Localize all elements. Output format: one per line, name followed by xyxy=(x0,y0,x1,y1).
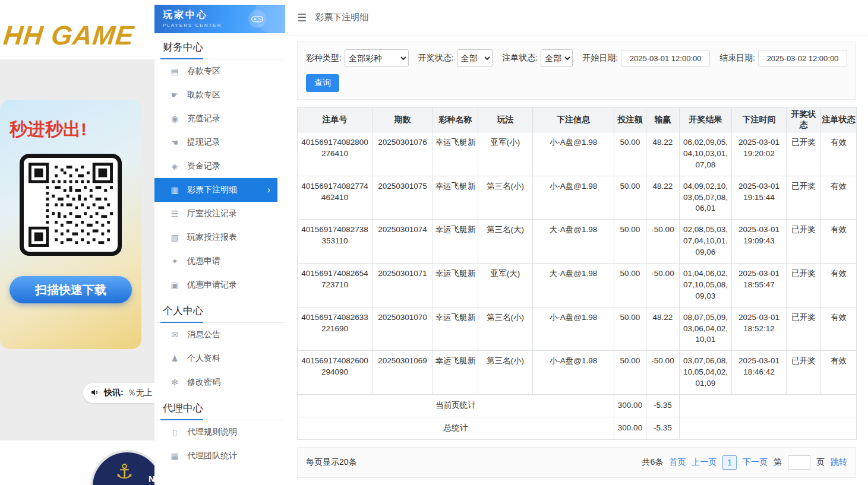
summary-empty-cell xyxy=(680,417,857,439)
table-cell: 有效 xyxy=(821,351,857,395)
sidebar-item-recharge-records[interactable]: ◉ 充值记录 xyxy=(154,107,277,131)
jump-suffix-text: 页 xyxy=(816,457,825,468)
column-header-draw-status: 开奖状态 xyxy=(787,107,821,132)
table-cell: 幸运飞艇新 xyxy=(433,132,478,176)
profile-icon: ♟ xyxy=(170,354,179,363)
deposit-icon: ▤ xyxy=(170,66,179,76)
site-logo: HH GAME xyxy=(2,20,135,51)
table-cell: 已开奖 xyxy=(787,220,821,264)
start-date-input[interactable] xyxy=(621,50,710,66)
sidebar-item-promo-apply-records[interactable]: ▣ 优惠申请记录 xyxy=(154,273,277,297)
table-cell: 已开奖 xyxy=(787,307,821,351)
current-page-summary-row: 当前页统计 300.00 -5.35 xyxy=(298,395,857,417)
sidebar-item-promo-apply[interactable]: ✦ 优惠申请 xyxy=(154,249,277,273)
sidebar-header: 玩家中心 PLAYERS CENTER xyxy=(154,5,285,33)
summary-winloss-total: -5.35 xyxy=(646,417,680,439)
table-cell: 01,04,06,02,07,10,05,08,09,03 xyxy=(680,264,732,308)
section-title-personal: 个人中心 xyxy=(154,297,285,323)
search-button[interactable]: 查询 xyxy=(306,74,339,92)
sidebar-item-messages[interactable]: ✉ 消息公告 xyxy=(154,323,277,347)
section-title-agent: 代理中心 xyxy=(154,394,285,420)
sidebar-item-label: 彩票下注明细 xyxy=(187,185,237,195)
sidebar-item-agent-team-stats[interactable]: ▦ 代理团队统计 xyxy=(154,444,277,468)
column-header-issue: 期数 xyxy=(373,107,433,132)
sidebar-item-hall-bet-records[interactable]: ☰ 厅室投注记录 xyxy=(154,202,277,226)
report-icon: ▧ xyxy=(170,233,179,242)
table-cell: 有效 xyxy=(821,220,857,264)
sidebar-item-label: 存款专区 xyxy=(187,66,220,77)
table-cell: 2025-03-01 18:46:42 xyxy=(732,351,787,395)
draw-status-select[interactable]: 全部 xyxy=(457,49,493,67)
table-cell: 2025-03-01 19:09:43 xyxy=(732,220,787,264)
table-row: 401569174082654723710 20250301071 幸运飞艇新 … xyxy=(298,264,857,308)
table-cell: 04,09,02,10,03,05,07,08,06,01 xyxy=(680,176,732,220)
recharge-icon: ◉ xyxy=(170,114,179,123)
column-header-order-status: 注单状态 xyxy=(821,107,857,132)
table-cell: 亚军(大) xyxy=(478,264,533,308)
table-cell: 小-A盘@1.98 xyxy=(533,176,614,220)
sidebar-item-agent-rules[interactable]: ▯ 代理规则说明 xyxy=(154,420,277,444)
sidebar-item-label: 代理团队统计 xyxy=(187,451,237,461)
sidebar-item-change-password[interactable]: ✻ 修改密码 xyxy=(154,370,277,394)
sidebar-item-deposit-zone[interactable]: ▤ 存款专区 xyxy=(154,59,277,83)
table-cell: -50.00 xyxy=(646,351,680,395)
hall-records-icon: ☰ xyxy=(170,209,179,218)
table-cell: 2025-03-01 18:52:12 xyxy=(732,307,787,351)
table-cell: 50.00 xyxy=(614,307,646,351)
table-cell: 亚军(小) xyxy=(478,132,533,176)
sidebar-item-profile[interactable]: ♟ 个人资料 xyxy=(154,347,277,370)
team-stats-icon: ▦ xyxy=(170,451,179,461)
column-header-draw-result: 开奖结果 xyxy=(680,107,732,132)
sidebar-item-withdrawal-records[interactable]: ☚ 提现记录 xyxy=(154,131,277,154)
pagination-bar: 每页显示20条 共6条 首页 上一页 1 下一页 第 页 跳转 xyxy=(297,447,856,478)
jump-page-input[interactable] xyxy=(788,455,810,470)
order-status-label: 注单状态: xyxy=(502,53,538,64)
summary-label: 当前页统计 xyxy=(298,395,614,417)
sidebar-item-lottery-bet-details[interactable]: ▥ 彩票下注明细 › xyxy=(154,178,277,202)
order-status-select[interactable]: 全部 xyxy=(541,49,573,67)
table-cell: 50.00 xyxy=(614,132,646,176)
document-icon: ▯ xyxy=(170,427,179,437)
start-date-label: 开始日期: xyxy=(582,53,618,64)
table-cell: 幸运飞艇新 xyxy=(433,176,478,220)
scan-download-button[interactable]: 扫描快速下载 xyxy=(10,276,132,303)
table-cell: 已开奖 xyxy=(787,176,821,220)
hamburger-icon[interactable]: ☰ xyxy=(297,11,307,24)
bets-table: 注单号 期数 彩种名称 玩法 下注信息 投注额 输赢 开奖结果 下注时间 开奖状… xyxy=(297,107,857,440)
total-count-text: 共6条 xyxy=(642,457,663,468)
sidebar-item-label: 消息公告 xyxy=(187,329,220,340)
prev-page-link[interactable]: 上一页 xyxy=(692,457,717,468)
gamepad-icon xyxy=(248,10,266,28)
jump-button[interactable]: 跳转 xyxy=(831,457,847,468)
sidebar-item-label: 优惠申请 xyxy=(187,256,220,267)
lottery-type-label: 彩种类型: xyxy=(306,53,342,64)
table-cell: 02,08,05,03,07,04,10,01,09,06 xyxy=(680,220,732,264)
first-page-link[interactable]: 首页 xyxy=(669,457,686,468)
lottery-type-select[interactable]: 全部彩种 xyxy=(345,49,409,67)
message-icon: ✉ xyxy=(170,330,179,340)
table-row: 401569174082774462410 20250301075 幸运飞艇新 … xyxy=(298,176,857,220)
table-cell: 小-A盘@1.98 xyxy=(533,351,614,395)
table-cell: 第三名(小) xyxy=(478,176,533,220)
table-cell: 有效 xyxy=(821,307,857,351)
sidebar-item-label: 充值记录 xyxy=(187,113,220,124)
table-cell: 已开奖 xyxy=(787,132,821,176)
sidebar-item-label: 修改密码 xyxy=(187,377,220,388)
table-cell: 401569174082774462410 xyxy=(298,176,373,220)
table-cell: 50.00 xyxy=(614,264,646,308)
sidebar-item-funds-records[interactable]: ◈ 资金记录 xyxy=(154,154,277,178)
table-cell: 03,07,06,08,10,05,04,02,01,09 xyxy=(680,351,732,395)
table-cell: 20250301069 xyxy=(373,351,433,395)
current-page-button[interactable]: 1 xyxy=(722,455,737,470)
sidebar-item-withdraw-zone[interactable]: ☛ 取款专区 xyxy=(154,83,277,107)
sidebar-item-label: 个人资料 xyxy=(187,353,220,364)
sidebar-item-player-bet-report[interactable]: ▧ 玩家投注报表 xyxy=(154,226,277,249)
summary-empty-cell xyxy=(680,395,857,417)
column-header-lottery-name: 彩种名称 xyxy=(433,107,478,132)
next-page-link[interactable]: 下一页 xyxy=(743,457,768,468)
withdrawal-record-icon: ☚ xyxy=(170,138,179,147)
end-date-input[interactable] xyxy=(758,50,847,66)
page-size-text: 每页显示20条 xyxy=(306,457,357,468)
ticker-label: 快讯: xyxy=(104,388,124,398)
promo-records-icon: ▣ xyxy=(170,280,179,290)
